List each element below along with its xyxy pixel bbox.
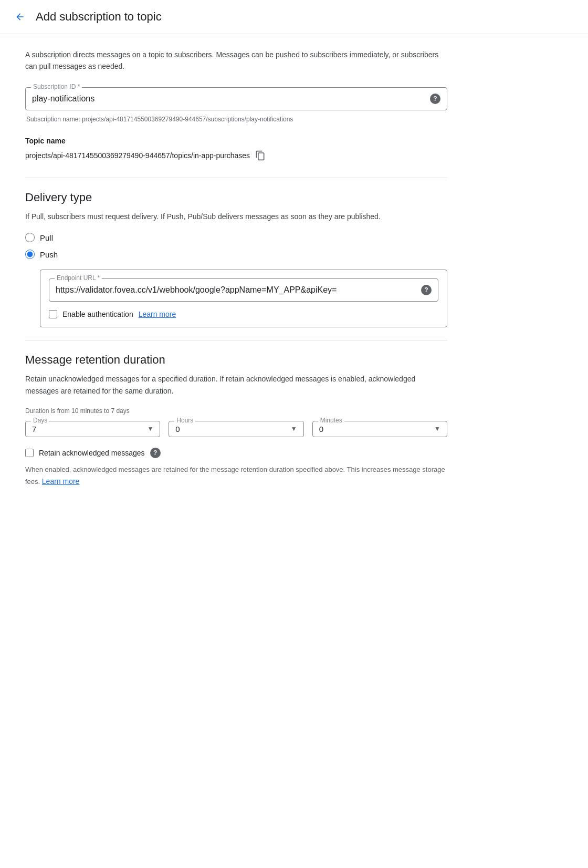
days-dropdown-arrow: ▼ bbox=[147, 425, 153, 432]
enable-auth-checkbox[interactable] bbox=[49, 310, 57, 318]
delivery-type-title: Delivery type bbox=[25, 191, 447, 204]
duration-row: Days 7 1 2 3 4 5 6 ▼ Hours 0 1 2 bbox=[25, 421, 447, 437]
minutes-label: Minutes bbox=[318, 417, 344, 424]
push-options-section: Endpoint URL ? Enable authentication Lea… bbox=[40, 270, 447, 327]
page-header: Add subscription to topic bbox=[0, 0, 588, 34]
subscription-name-hint: Subscription name: projects/api-48171455… bbox=[25, 113, 447, 124]
main-content: A subscription directs messages on a top… bbox=[0, 34, 472, 515]
retain-acknowledged-checkbox[interactable] bbox=[25, 449, 34, 457]
topic-name-value: projects/api-4817145500369279490-944657/… bbox=[25, 150, 447, 161]
radio-pull-input[interactable] bbox=[25, 233, 35, 242]
topic-name-section: Topic name projects/api-4817145500369279… bbox=[25, 137, 447, 161]
hours-field: Hours 0 1 2 3 4 5 6 7 8 9 10 11 12 13 14 bbox=[169, 421, 303, 437]
radio-push-input[interactable] bbox=[25, 250, 35, 259]
auth-learn-more-link[interactable]: Learn more bbox=[139, 310, 176, 318]
radio-pull-label: Pull bbox=[40, 233, 53, 242]
page-title: Add subscription to topic bbox=[36, 10, 162, 24]
subscription-id-label: Subscription ID bbox=[31, 83, 82, 90]
auth-row: Enable authentication Learn more bbox=[49, 310, 438, 318]
retain-learn-more-link[interactable]: Learn more bbox=[42, 477, 80, 485]
radio-push-label: Push bbox=[40, 250, 58, 259]
subscription-id-help-icon[interactable]: ? bbox=[430, 94, 440, 104]
subscription-id-section: Subscription ID ? Subscription name: pro… bbox=[25, 87, 447, 124]
retain-acknowledged-row: Retain acknowledged messages ? bbox=[25, 448, 447, 458]
endpoint-url-label: Endpoint URL bbox=[55, 274, 102, 282]
divider-2 bbox=[25, 340, 447, 340]
retain-desc: When enabled, acknowledged messages are … bbox=[25, 464, 447, 488]
message-retention-desc: Retain unacknowledged messages for a spe… bbox=[25, 373, 447, 397]
hours-label: Hours bbox=[174, 417, 195, 424]
endpoint-url-help-icon[interactable]: ? bbox=[421, 285, 432, 295]
retain-help-icon[interactable]: ? bbox=[150, 448, 161, 458]
delivery-type-desc: If Pull, subscribers must request delive… bbox=[25, 211, 447, 222]
hours-select[interactable]: 0 1 2 3 4 5 6 7 8 9 10 11 12 13 14 15 16 bbox=[175, 425, 290, 433]
topic-name-label: Topic name bbox=[25, 137, 447, 145]
subscription-id-field: Subscription ID ? bbox=[25, 87, 447, 110]
duration-hint: Duration is from 10 minutes to 7 days bbox=[25, 407, 447, 415]
copy-topic-icon[interactable] bbox=[255, 150, 266, 161]
endpoint-url-input[interactable] bbox=[56, 283, 421, 297]
message-retention-title: Message retention duration bbox=[25, 353, 447, 367]
subscription-id-input-row: ? bbox=[32, 92, 440, 106]
radio-pull[interactable]: Pull bbox=[25, 233, 447, 242]
endpoint-url-field: Endpoint URL ? bbox=[49, 278, 438, 302]
days-label: Days bbox=[31, 417, 49, 424]
retain-desc-text: When enabled, acknowledged messages are … bbox=[25, 466, 445, 485]
delivery-type-radio-group: Pull Push bbox=[25, 233, 447, 259]
topic-name-text: projects/api-4817145500369279490-944657/… bbox=[25, 151, 250, 160]
hours-dropdown-arrow: ▼ bbox=[291, 425, 297, 432]
minutes-field: Minutes 0 10 20 30 40 50 ▼ bbox=[312, 421, 447, 437]
retain-acknowledged-label: Retain acknowledged messages bbox=[39, 449, 145, 457]
back-button[interactable] bbox=[13, 9, 27, 24]
subscription-id-input[interactable] bbox=[32, 92, 430, 106]
radio-push[interactable]: Push bbox=[25, 250, 447, 259]
divider-1 bbox=[25, 178, 447, 178]
delivery-type-section: Delivery type If Pull, subscribers must … bbox=[25, 191, 447, 327]
endpoint-url-input-row: ? bbox=[56, 283, 432, 297]
days-select[interactable]: 7 1 2 3 4 5 6 bbox=[32, 425, 147, 433]
minutes-dropdown-arrow: ▼ bbox=[434, 425, 440, 432]
days-field: Days 7 1 2 3 4 5 6 ▼ bbox=[25, 421, 160, 437]
page-description: A subscription directs messages on a top… bbox=[25, 49, 447, 73]
message-retention-section: Message retention duration Retain unackn… bbox=[25, 353, 447, 487]
enable-auth-label: Enable authentication bbox=[62, 310, 133, 318]
minutes-select[interactable]: 0 10 20 30 40 50 bbox=[319, 425, 434, 433]
